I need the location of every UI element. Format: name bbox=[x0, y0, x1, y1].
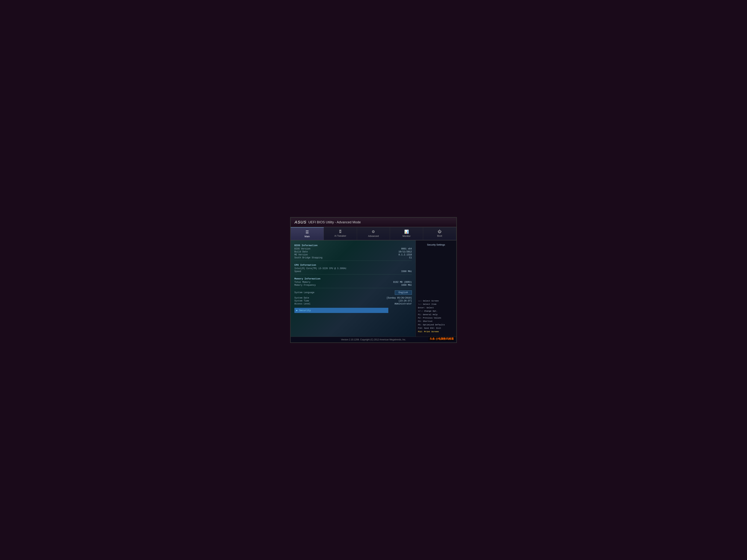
cpu-name: Intel(R) Core(TM) i3-3220 CPU @ 3.30GHz bbox=[294, 267, 412, 270]
right-panel: Security Settings →←: Select Screen ↑↓: … bbox=[416, 240, 456, 337]
keybind-f12: F12: Print Screen bbox=[418, 330, 454, 333]
south-bridge-label: South Bridge Stepping bbox=[294, 257, 323, 259]
tab-monitor[interactable]: 📊 Monitor bbox=[390, 227, 423, 240]
tab-ai-tweaker-label: Ai Tweaker bbox=[334, 235, 346, 237]
me-version-label: ME Version bbox=[294, 254, 308, 256]
keybind-f2: F2: Previous Values bbox=[418, 317, 454, 319]
memory-freq-row: Memory Frequency 1600 MHz bbox=[294, 284, 412, 287]
content-area: BIOS Information BIOS Version 0801 x64 B… bbox=[291, 240, 456, 337]
cpu-speed-row: Speed 3300 MHz bbox=[294, 270, 412, 273]
bios-version-value: 0801 x64 bbox=[401, 247, 412, 250]
security-arrow-icon: ▶ bbox=[296, 309, 298, 312]
keybind-select-screen: →←: Select Screen bbox=[418, 300, 454, 302]
memory-freq-label: Memory Frequency bbox=[294, 284, 316, 287]
total-memory-row: Total Memory 8192 MB (DDR3) bbox=[294, 281, 412, 284]
security-label: Security bbox=[299, 309, 311, 312]
asus-logo: ASUS bbox=[294, 220, 306, 224]
keybind-f3: F3: Shortcut bbox=[418, 320, 454, 323]
bios-version-row: BIOS Version 0801 x64 bbox=[294, 247, 412, 250]
header: ASUS UEFI BIOS Utility - Advanced Mode bbox=[291, 218, 456, 227]
cpu-speed-label: Speed bbox=[294, 270, 301, 273]
south-bridge-value: C1 bbox=[409, 257, 412, 259]
access-level-label: Access Level bbox=[294, 302, 310, 305]
boot-icon: ⏻ bbox=[438, 230, 441, 234]
right-panel-title: Security Settings bbox=[418, 243, 454, 246]
divider-2 bbox=[294, 274, 412, 274]
keybind-f10: F10: Save ESC: Exit bbox=[418, 327, 454, 330]
bios-version-label: BIOS Version bbox=[294, 247, 310, 250]
system-time-row: System Time [23:26:37] bbox=[294, 300, 412, 302]
keybind-enter: Enter: Select bbox=[418, 306, 454, 309]
system-date-value: [Sunday 05/26/2019] bbox=[386, 297, 412, 299]
total-memory-label: Total Memory bbox=[294, 281, 310, 284]
tab-main-label: Main bbox=[305, 235, 310, 238]
advanced-icon: ⚙ bbox=[372, 230, 375, 234]
monitor-icon: 📊 bbox=[404, 230, 409, 234]
cpu-speed-value: 3300 MHz bbox=[401, 270, 412, 273]
system-language-row: System Language English bbox=[294, 290, 412, 295]
security-item[interactable]: ▶ Security bbox=[294, 308, 388, 313]
memory-section-title: Memory Information bbox=[294, 277, 412, 280]
build-date-label: Build Date bbox=[294, 250, 308, 253]
build-date-value: 10/11/2012 bbox=[398, 250, 412, 253]
system-date-label: System Date bbox=[294, 297, 309, 299]
footer-text: Version 2.10.1208. Copyright (C) 2012 Am… bbox=[341, 338, 406, 341]
access-level-row: Access Level Administrator bbox=[294, 302, 412, 305]
keybind-f1: F1: General Help bbox=[418, 313, 454, 316]
main-icon: ☰ bbox=[306, 230, 309, 234]
tab-ai-tweaker[interactable]: 🎛 Ai Tweaker bbox=[324, 227, 357, 240]
total-memory-value: 8192 MB (DDR3) bbox=[393, 281, 412, 284]
system-language-label: System Language bbox=[294, 291, 314, 294]
watermark: 头条 @电脑数码精通 bbox=[429, 337, 455, 341]
me-version-value: 8.1.2.1318 bbox=[398, 254, 412, 256]
left-panel: BIOS Information BIOS Version 0801 x64 B… bbox=[291, 240, 416, 337]
south-bridge-row: South Bridge Stepping C1 bbox=[294, 257, 412, 259]
tab-advanced[interactable]: ⚙ Advanced bbox=[357, 227, 390, 240]
nav-tabs: ☰ Main 🎛 Ai Tweaker ⚙ Advanced 📊 Monitor… bbox=[291, 227, 456, 240]
bios-section-title: BIOS Information bbox=[294, 244, 412, 247]
keybind-change-opt: +/-: Change Opt. bbox=[418, 310, 454, 313]
system-date-row: System Date [Sunday 05/26/2019] bbox=[294, 297, 412, 299]
ai-tweaker-icon: 🎛 bbox=[338, 230, 342, 234]
keybind-section: →←: Select Screen ↑↓: Select Item Enter:… bbox=[418, 296, 454, 334]
tab-monitor-label: Monitor bbox=[403, 235, 411, 237]
datetime-section: System Date [Sunday 05/26/2019] System T… bbox=[294, 297, 412, 305]
keybind-f5: F5: Optimized Defaults bbox=[418, 323, 454, 326]
tab-main[interactable]: ☰ Main bbox=[291, 227, 324, 240]
me-version-row: ME Version 8.1.2.1318 bbox=[294, 254, 412, 256]
language-button[interactable]: English bbox=[395, 290, 412, 295]
system-time-label: System Time bbox=[294, 300, 309, 302]
cpu-section-title: CPU Information bbox=[294, 264, 412, 266]
access-level-value: Administrator bbox=[394, 302, 412, 305]
header-title: UEFI BIOS Utility - Advanced Mode bbox=[308, 220, 361, 224]
memory-freq-value: 1600 MHz bbox=[401, 284, 412, 287]
tab-boot-label: Boot bbox=[437, 235, 442, 237]
keybind-select-item: ↑↓: Select Item bbox=[418, 303, 454, 306]
divider-3 bbox=[294, 288, 412, 288]
build-date-row: Build Date 10/11/2012 bbox=[294, 250, 412, 253]
tab-advanced-label: Advanced bbox=[368, 235, 379, 237]
system-time-value: [23:26:37] bbox=[398, 300, 412, 302]
bios-screen: ASUS UEFI BIOS Utility - Advanced Mode ☰… bbox=[290, 217, 457, 343]
tab-boot[interactable]: ⏻ Boot bbox=[423, 227, 456, 240]
